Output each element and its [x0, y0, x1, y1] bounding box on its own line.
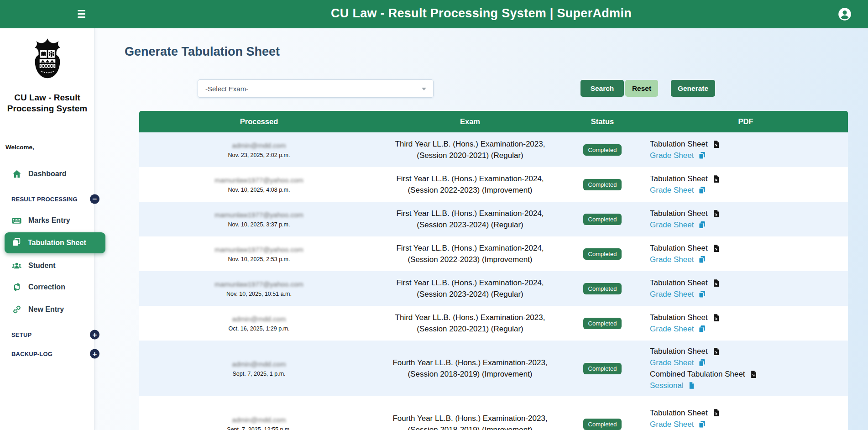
status-badge: Completed — [583, 318, 622, 329]
exam-cell: Fourth Year LL.B. (Hons.) Examination-20… — [379, 413, 561, 430]
pdf-cell: Tabulation SheetGrade Sheet — [643, 173, 848, 196]
link-grade-sheet[interactable]: Grade Sheet — [650, 323, 848, 335]
link-combined-tabulation-sheet[interactable]: Combined Tabulation Sheet — [650, 368, 848, 380]
user-avatar-icon[interactable] — [838, 7, 852, 21]
table-row: mamunlaw1977@yahoo.comNov. 10, 2025, 10:… — [139, 271, 848, 306]
exam-select[interactable]: -Select Exam- — [198, 79, 434, 98]
reset-button[interactable]: Reset — [625, 80, 658, 97]
sidebar-section-backup-log[interactable]: BACKUP-LOG + — [0, 344, 94, 364]
column-header-processed: Processed — [139, 117, 379, 126]
copy-icon — [698, 290, 706, 299]
link-tabulation-sheet[interactable]: Tabulation Sheet — [650, 312, 848, 323]
exam-text: (Session 2023-2024) (Regular) — [379, 288, 561, 300]
processed-email: admin@mdd.com — [139, 315, 379, 323]
sidebar-item-correction[interactable]: Correction — [0, 276, 94, 298]
status-cell: Completed — [561, 419, 643, 430]
link-tabulation-sheet[interactable]: Tabulation Sheet — [650, 173, 848, 184]
exam-text: (Session 2023-2024) (Regular) — [379, 219, 561, 231]
link-label: Tabulation Sheet — [650, 277, 708, 288]
page-title: Generate Tabulation Sheet — [125, 45, 280, 59]
sidebar-item-label: Dashboard — [28, 170, 67, 178]
exam-select-value: -Select Exam- — [205, 85, 248, 93]
processed-date: Nov. 23, 2025, 2:02 p.m. — [139, 152, 379, 158]
table-body: admin@mdd.comNov. 23, 2025, 2:02 p.m.Thi… — [139, 132, 848, 430]
link-label: Tabulation Sheet — [650, 407, 708, 419]
link-tabulation-sheet[interactable]: Tabulation Sheet — [650, 208, 848, 219]
link-grade-sheet[interactable]: Grade Sheet — [650, 150, 848, 161]
plus-circle-icon[interactable]: + — [90, 330, 99, 340]
menu-toggle-icon[interactable] — [78, 10, 87, 18]
link-label: Grade Sheet — [650, 184, 694, 196]
processed-date: Sept. 7, 2025, 12:55 p.m. — [139, 426, 379, 430]
sidebar-section-setup[interactable]: SETUP + — [0, 325, 94, 345]
processed-cell: admin@mdd.comNov. 23, 2025, 2:02 p.m. — [139, 142, 379, 158]
processed-email: admin@mdd.com — [139, 360, 379, 368]
link-tabulation-sheet[interactable]: Tabulation Sheet — [650, 407, 848, 419]
pdf-icon — [712, 314, 720, 322]
copy-icon — [698, 151, 706, 160]
link-tabulation-sheet[interactable]: Tabulation Sheet — [650, 346, 848, 357]
search-button[interactable]: Search — [580, 80, 624, 97]
link-label: Grade Sheet — [650, 254, 694, 265]
sidebar-item-dashboard[interactable]: Dashboard — [0, 163, 94, 185]
table-header: Processed Exam Status PDF — [139, 111, 848, 132]
processed-cell: mamunlaw1977@yahoo.comNov. 10, 2025, 10:… — [139, 280, 379, 297]
link-label: Tabulation Sheet — [650, 242, 708, 254]
sidebar-item-label: Correction — [28, 283, 65, 291]
link-label: Grade Sheet — [650, 219, 694, 231]
keyboard-icon — [11, 215, 22, 226]
pdf-icon — [712, 347, 720, 356]
processed-date: Nov. 10, 2025, 2:53 p.m. — [139, 256, 379, 262]
status-badge: Completed — [583, 179, 622, 190]
pdf-cell: Tabulation SheetGrade Sheet — [643, 277, 848, 300]
pdf-icon — [712, 140, 720, 148]
page: CU Law - Result Processing System | Supe… — [0, 0, 868, 430]
sheets-icon — [11, 237, 21, 249]
link-grade-sheet[interactable]: Grade Sheet — [650, 219, 848, 231]
link-tabulation-sheet[interactable]: Tabulation Sheet — [650, 277, 848, 288]
link-grade-sheet[interactable]: Grade Sheet — [650, 288, 848, 300]
minus-circle-icon[interactable]: − — [90, 194, 99, 204]
plus-circle-icon[interactable]: + — [90, 349, 99, 359]
processed-date: Nov. 10, 2025, 4:08 p.m. — [139, 187, 379, 193]
link-tabulation-sheet[interactable]: Tabulation Sheet — [650, 138, 848, 150]
link-tabulation-sheet[interactable]: Tabulation Sheet — [650, 242, 848, 254]
pdf-icon — [712, 279, 720, 287]
copy-icon — [698, 255, 706, 264]
pdf-icon — [712, 244, 720, 252]
sidebar-item-marks-entry[interactable]: Marks Entry — [0, 210, 94, 231]
pdf-cell: Tabulation SheetGrade Sheet — [643, 138, 848, 161]
pdf-icon — [749, 370, 758, 378]
table-row: admin@mdd.comSept. 7, 2025, 12:55 p.m.Fo… — [139, 396, 848, 430]
exam-text: Third Year LL.B. (Hons.) Examination-202… — [379, 138, 561, 150]
sidebar-item-student[interactable]: Student — [0, 255, 94, 277]
exam-text: (Session 2022-2023) (Improvement) — [379, 184, 561, 196]
sidebar-section-result-processing[interactable]: RESULT PROCESSING − — [0, 189, 94, 209]
pdf-cell: Tabulation SheetGrade SheetCombined Tabu… — [643, 346, 848, 391]
pdf-cell: Tabulation SheetGrade Sheet — [643, 208, 848, 231]
link-grade-sheet[interactable]: Grade Sheet — [650, 357, 848, 368]
copy-icon — [698, 220, 706, 229]
generate-button[interactable]: Generate — [671, 80, 715, 97]
status-cell: Completed — [561, 283, 643, 294]
link-grade-sheet[interactable]: Grade Sheet — [650, 419, 848, 430]
link-label: Sessional — [650, 380, 684, 391]
link-sessional[interactable]: Sessional — [650, 380, 848, 391]
status-cell: Completed — [561, 363, 643, 374]
brand-text: CU Law - Result Processing System — [6, 92, 89, 114]
exam-text: Third Year LL.B. (Hons.) Examination-202… — [379, 312, 561, 323]
processed-email: mamunlaw1977@yahoo.com — [139, 280, 379, 288]
pdf-cell: Tabulation SheetGrade SheetCombined Tabu… — [643, 407, 848, 430]
link-label: Tabulation Sheet — [650, 346, 708, 357]
exam-cell: First Year LL.B. (Hons.) Examination-202… — [379, 277, 561, 300]
table-row: admin@mdd.comOct. 16, 2025, 1:29 p.m.Thi… — [139, 306, 848, 341]
exam-text: Fourth Year LL.B. (Hons.) Examination-20… — [379, 357, 561, 368]
sidebar-item-tabulation-sheet[interactable]: Tabulation Sheet — [5, 232, 105, 253]
link-grade-sheet[interactable]: Grade Sheet — [650, 254, 848, 265]
sidebar-item-new-entry[interactable]: New Entry — [0, 299, 94, 320]
copy-icon — [698, 186, 706, 194]
exam-text: First Year LL.B. (Hons.) Examination-202… — [379, 277, 561, 288]
sidebar-item-label: New Entry — [28, 305, 64, 314]
processed-cell: admin@mdd.comOct. 16, 2025, 1:29 p.m. — [139, 315, 379, 332]
link-grade-sheet[interactable]: Grade Sheet — [650, 184, 848, 196]
